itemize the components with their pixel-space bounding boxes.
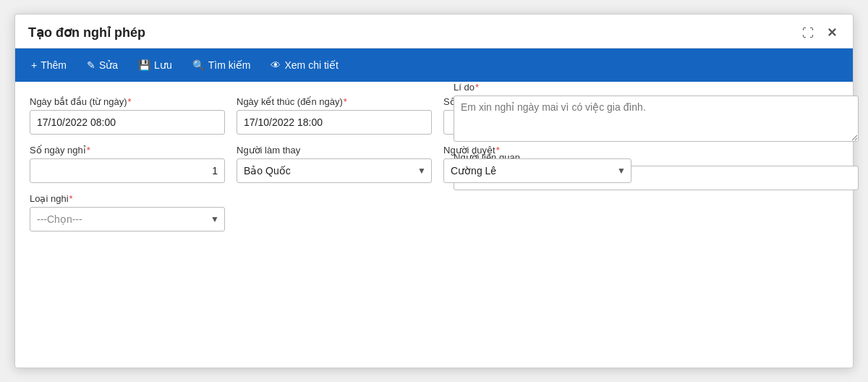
loai-nghi-label: Loại nghi* bbox=[30, 193, 225, 204]
search-icon: 🔍 bbox=[192, 59, 205, 71]
so-ngay-nghi-group: Số ngày nghỉ* bbox=[30, 145, 225, 183]
modal-header-actions: ⛶ ✕ bbox=[799, 25, 840, 41]
ngay-bat-dau-label: Ngày bắt đầu (từ ngày)* bbox=[30, 96, 225, 107]
li-do-group: Lí do* bbox=[454, 82, 859, 142]
maximize-button[interactable]: ⛶ bbox=[799, 25, 817, 41]
eye-icon: 👁 bbox=[271, 59, 281, 71]
nguoi-duyet-select[interactable]: Cường Lê bbox=[443, 158, 631, 183]
luu-label: Lưu bbox=[154, 59, 172, 71]
ngay-ket-thuc-input[interactable] bbox=[237, 110, 432, 135]
modal-container: Tạo đơn nghỉ phép ⛶ ✕ + Thêm ✎ Sửa 💾 Lưu… bbox=[14, 14, 854, 368]
required-star-1: * bbox=[128, 96, 132, 107]
loai-nghi-select[interactable]: ---Chọn--- bbox=[30, 207, 225, 232]
nguoi-lam-thay-select[interactable]: Bảo Quốc bbox=[237, 158, 432, 183]
left-col: Loại nghi* ---Chọn--- ▼ bbox=[30, 193, 225, 232]
loai-nghi-group: Loại nghi* ---Chọn--- ▼ bbox=[30, 193, 225, 232]
tim-kiem-button[interactable]: 🔍 Tìm kiếm bbox=[184, 55, 260, 75]
tim-kiem-label: Tìm kiếm bbox=[208, 59, 251, 71]
ngay-bat-dau-input[interactable] bbox=[30, 110, 225, 135]
close-button[interactable]: ✕ bbox=[824, 25, 840, 41]
them-button[interactable]: + Thêm bbox=[22, 55, 75, 75]
so-ngay-nghi-label: Số ngày nghỉ* bbox=[30, 145, 225, 156]
ngay-bat-dau-group: Ngày bắt đầu (từ ngày)* bbox=[30, 96, 225, 135]
close-icon: ✕ bbox=[827, 26, 837, 40]
xem-chi-tiet-label: Xem chi tiết bbox=[284, 59, 338, 71]
required-star-3: * bbox=[87, 145, 90, 156]
li-do-textarea[interactable] bbox=[454, 96, 859, 142]
sua-button[interactable]: ✎ Sửa bbox=[78, 55, 127, 75]
modal-title: Tạo đơn nghỉ phép bbox=[28, 25, 145, 41]
toolbar: + Thêm ✎ Sửa 💾 Lưu 🔍 Tìm kiếm 👁 Xem chi … bbox=[15, 48, 853, 82]
loai-nghi-select-wrap: ---Chọn--- ▼ bbox=[30, 207, 225, 232]
edit-icon: ✎ bbox=[87, 59, 95, 71]
required-star-2: * bbox=[344, 96, 347, 107]
luu-button[interactable]: 💾 Lưu bbox=[129, 55, 181, 75]
modal-header: Tạo đơn nghỉ phép ⛶ ✕ bbox=[15, 14, 853, 48]
nguoi-lam-thay-label: Người làm thay bbox=[237, 145, 432, 156]
so-ngay-nghi-input[interactable] bbox=[30, 158, 225, 183]
nguoi-duyet-select-wrap: Cường Lê ▼ bbox=[443, 158, 631, 183]
li-do-label: Lí do* bbox=[454, 82, 859, 93]
nguoi-lam-thay-select-wrap: Bảo Quốc ▼ bbox=[237, 158, 432, 183]
nguoi-lam-thay-group: Người làm thay Bảo Quốc ▼ bbox=[237, 145, 432, 183]
maximize-icon: ⛶ bbox=[802, 27, 814, 39]
them-label: Thêm bbox=[41, 59, 67, 71]
required-star-6: * bbox=[475, 82, 479, 93]
required-star-5: * bbox=[69, 193, 73, 204]
form-area: Ngày bắt đầu (từ ngày)* Ngày kết thúc (đ… bbox=[15, 82, 853, 253]
plus-icon: + bbox=[31, 59, 37, 71]
sua-label: Sửa bbox=[99, 59, 118, 71]
form-row-3: Loại nghi* ---Chọn--- ▼ Lí do* bbox=[30, 193, 838, 232]
ngay-ket-thuc-group: Ngày kết thúc (đến ngày)* bbox=[237, 96, 432, 135]
xem-chi-tiet-button[interactable]: 👁 Xem chi tiết bbox=[262, 55, 346, 75]
ngay-ket-thuc-label: Ngày kết thúc (đến ngày)* bbox=[237, 96, 432, 107]
save-icon: 💾 bbox=[138, 59, 150, 71]
